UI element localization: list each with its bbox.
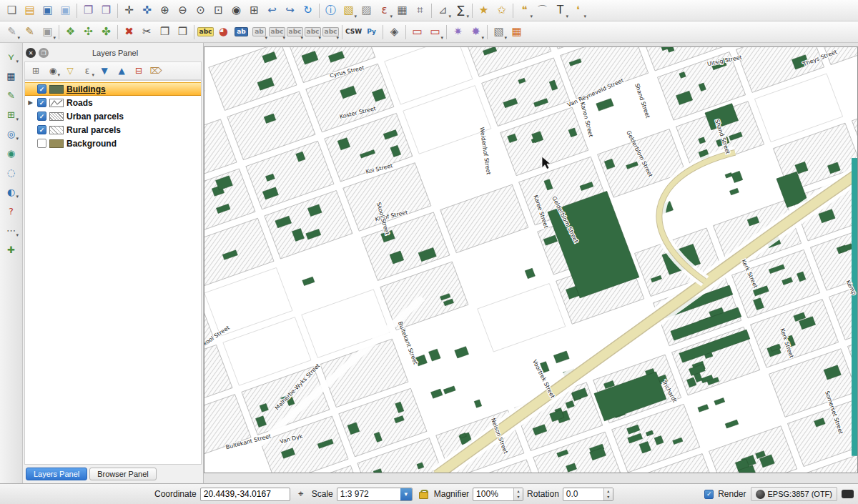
map-annotation-button[interactable]: ❝▾ xyxy=(516,2,533,19)
scale-lock-button[interactable] xyxy=(416,487,430,501)
show-bookmarks-button[interactable]: ★ xyxy=(475,2,493,19)
add-raster-layer-button[interactable]: ▦ xyxy=(3,68,19,84)
move-feature-button[interactable]: ✣ xyxy=(79,24,97,41)
toggle-editing-button[interactable]: ✎ xyxy=(21,24,39,41)
paste-features-button[interactable]: ❒ xyxy=(174,24,192,41)
new-shapefile-layer-button[interactable]: ✎ xyxy=(3,87,19,103)
add-spatialite-layer-button[interactable]: ⊞▾ xyxy=(3,107,19,122)
composer-manager-button[interactable]: ❒ xyxy=(97,2,115,19)
zoom-last-button[interactable]: ↩ xyxy=(263,2,281,19)
touch-zoom-button[interactable]: ✷ xyxy=(449,24,467,41)
layer-visibility-checkbox[interactable]: ✓ xyxy=(37,112,46,121)
labeling-options-button[interactable]: ◕ xyxy=(214,24,232,41)
messages-icon[interactable] xyxy=(842,490,854,498)
panel-float-button[interactable]: ❐ xyxy=(39,48,49,58)
scale-combobox[interactable]: 1:3 972 ▾ xyxy=(337,488,413,501)
magnifier-spinbox[interactable]: 100% ▴▾ xyxy=(473,488,523,501)
spin-up-icon[interactable]: ▴ xyxy=(514,488,523,495)
add-wfs-layer-button[interactable]: ◐▾ xyxy=(3,184,19,199)
select-features-button[interactable]: ▧▾ xyxy=(340,2,358,19)
manage-visibility-button[interactable]: ◉▾ xyxy=(45,64,61,78)
map-canvas[interactable]: Cyrus StreetKoster StreetKoi StreetKloof… xyxy=(204,46,858,473)
panel-close-button[interactable]: ✕ xyxy=(26,48,36,58)
add-oracle-layer-button[interactable]: ? xyxy=(3,203,19,219)
add-wcs-layer-button[interactable]: ◌ xyxy=(3,164,19,180)
spin-down-icon[interactable]: ▾ xyxy=(604,494,613,500)
layer-visibility-checkbox[interactable]: ✓ xyxy=(37,98,46,107)
statistical-summary-button[interactable]: ∑▾ xyxy=(452,2,470,19)
zoom-to-selection-button[interactable]: ◉ xyxy=(227,2,245,19)
map-tips-button[interactable]: ❛▾ xyxy=(569,2,587,19)
measure-angle-button[interactable]: ⌒ xyxy=(533,2,551,19)
deselect-features-button[interactable]: ▨ xyxy=(358,2,375,19)
zoom-next-button[interactable]: ↪ xyxy=(281,2,299,19)
layer-item-rural-parcels[interactable]: ✓Rural parcels xyxy=(25,123,201,137)
add-feature-button[interactable]: ❖ xyxy=(61,24,79,41)
add-postgis-layer-button[interactable]: ◎▾ xyxy=(3,126,19,142)
add-delimited-text-layer-button[interactable]: ⋯▾ xyxy=(3,222,19,238)
scale-dropdown-arrow-icon[interactable]: ▾ xyxy=(400,488,412,500)
node-tool-button[interactable]: ✤ xyxy=(97,24,115,41)
filter-by-expression-button[interactable]: ε▾ xyxy=(79,64,95,78)
select-by-expression-button[interactable]: ε▾ xyxy=(375,2,393,19)
label-toolbar-button[interactable]: abc xyxy=(197,24,214,41)
text-annotation-button[interactable]: T▾ xyxy=(551,2,569,19)
pan-map-button[interactable]: ✛ xyxy=(120,2,138,19)
new-bookmark-button[interactable]: ✩ xyxy=(493,2,511,19)
select-by-rectangle-button[interactable]: ▭ xyxy=(408,24,426,41)
label-rotate-button[interactable]: abc▾ xyxy=(304,24,322,41)
clean-legend-button[interactable]: ⌦ xyxy=(148,64,164,78)
current-edits-button[interactable]: ✎▾ xyxy=(3,24,21,41)
offset-curve-button[interactable]: ◈ xyxy=(385,24,403,41)
spin-down-icon[interactable]: ▾ xyxy=(514,494,523,500)
zoom-out-button[interactable]: ⊖ xyxy=(174,2,192,19)
render-checkbox[interactable]: ✓ xyxy=(704,490,714,499)
copy-features-button[interactable]: ❐ xyxy=(156,24,174,41)
raster-align-button[interactable]: ▦ xyxy=(508,24,526,41)
layer-visibility-checkbox[interactable] xyxy=(37,139,46,148)
add-group-button[interactable]: ⊞ xyxy=(28,64,44,78)
add-vector-layer-button[interactable]: ⋎▾ xyxy=(3,49,19,64)
panel-tab-browser-panel[interactable]: Browser Panel xyxy=(89,468,157,480)
rotation-spin-arrows[interactable]: ▴▾ xyxy=(603,488,613,500)
mouse-position-toggle-button[interactable]: ⌖ xyxy=(294,487,308,501)
zoom-in-button[interactable]: ⊕ xyxy=(156,2,174,19)
layer-item-roads[interactable]: ▶✓Roads xyxy=(25,96,201,109)
label-move-button[interactable]: abc▾ xyxy=(286,24,304,41)
label-ab-selected-button[interactable]: ab xyxy=(232,24,250,41)
expander-icon[interactable]: ▶ xyxy=(26,99,34,106)
label-properties-button[interactable]: abc▾ xyxy=(322,24,340,41)
save-project-button[interactable]: ▣ xyxy=(39,2,56,19)
spin-up-icon[interactable]: ▴ xyxy=(604,488,613,495)
label-highlight-button[interactable]: abc▾ xyxy=(268,24,286,41)
cut-features-button[interactable]: ✂ xyxy=(138,24,156,41)
open-project-button[interactable]: ▤ xyxy=(21,2,39,19)
new-project-button[interactable]: ❏ xyxy=(3,2,21,19)
csw-search-button[interactable]: CSW xyxy=(345,24,363,41)
magnifier-spin-arrows[interactable]: ▴▾ xyxy=(513,488,523,500)
delete-selected-button[interactable]: ✖ xyxy=(120,24,138,41)
layer-visibility-checkbox[interactable]: ✓ xyxy=(37,125,46,134)
add-wms-layer-button[interactable]: ◉ xyxy=(3,145,19,161)
save-project-as-button[interactable]: ▣ xyxy=(56,2,74,19)
identify-features-button[interactable]: ⓘ xyxy=(322,2,340,19)
label-pin-button[interactable]: ab▾ xyxy=(250,24,268,41)
python-console-button[interactable]: Py xyxy=(363,24,380,41)
panel-tab-layers-panel[interactable]: Layers Panel xyxy=(26,468,87,480)
pan-to-selection-button[interactable]: ✜ xyxy=(138,2,156,19)
layer-item-background[interactable]: Background xyxy=(25,137,201,150)
remove-layer-button[interactable]: ⊟ xyxy=(131,64,147,78)
zoom-to-layer-button[interactable]: ⊞ xyxy=(245,2,263,19)
field-calculator-button[interactable]: ⌗ xyxy=(411,2,429,19)
layer-visibility-checkbox[interactable]: ✓ xyxy=(37,84,46,94)
zoom-full-button[interactable]: ⊡ xyxy=(209,2,227,19)
new-memory-layer-button[interactable]: ✚ xyxy=(3,242,19,257)
collapse-all-button[interactable]: ▲ xyxy=(114,64,129,78)
touch-pan-button[interactable]: ✸▾ xyxy=(467,24,485,41)
select-by-polygon-button[interactable]: ▭▾ xyxy=(426,24,444,41)
coordinate-input[interactable] xyxy=(200,488,290,501)
expand-all-button[interactable]: ▼ xyxy=(97,64,112,78)
open-attribute-table-button[interactable]: ▦ xyxy=(393,2,411,19)
refresh-map-button[interactable]: ↻ xyxy=(299,2,317,19)
crs-button[interactable]: EPSG:3857 (OTF) xyxy=(751,487,837,501)
